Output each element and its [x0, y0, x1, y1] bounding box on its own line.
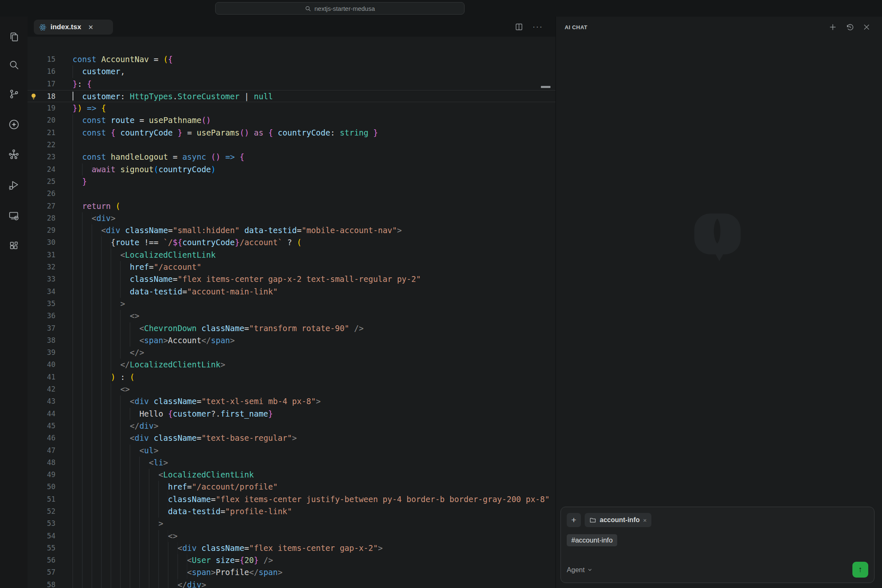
- agent-mode-dropdown[interactable]: Agent: [567, 566, 593, 574]
- search-icon: [8, 59, 20, 70]
- code-line[interactable]: 21 const { countryCode } = useParams() a…: [28, 127, 555, 139]
- code-line[interactable]: 56 <User size={20} />: [28, 554, 555, 566]
- code-line[interactable]: 24 await signout(countryCode): [28, 163, 555, 176]
- code-text: </>: [73, 347, 555, 359]
- code-line[interactable]: 16 customer,: [28, 65, 555, 78]
- code-line[interactable]: 23 const handleLogout = async () => {: [28, 151, 555, 163]
- chat-input-box[interactable]: + account-info × #account-info Agent ↑: [560, 507, 874, 583]
- code-line[interactable]: 27 return (: [28, 200, 555, 212]
- code-line[interactable]: 38 <span>Account</span>: [28, 334, 555, 347]
- new-chat-button[interactable]: [829, 23, 837, 31]
- line-number: 35: [28, 298, 55, 310]
- sidebar-item-source-control[interactable]: [0, 85, 28, 103]
- code-line[interactable]: 54 <>: [28, 530, 555, 542]
- message-tag-pill[interactable]: #account-info: [567, 534, 617, 546]
- line-number: 54: [28, 530, 55, 542]
- indent-guides: [73, 322, 139, 334]
- split-editor-button[interactable]: [515, 23, 523, 31]
- code-line[interactable]: 19}) => {: [28, 102, 555, 114]
- code-text: data-testid="account-main-link": [73, 286, 555, 298]
- code-line[interactable]: 49 <LocalizedClientLink: [28, 469, 555, 481]
- code-line[interactable]: 45 </div>: [28, 420, 555, 432]
- code-text: <div className="flex items-center gap-x-…: [73, 542, 555, 554]
- code-line[interactable]: 51 className="flex items-center justify-…: [28, 493, 555, 505]
- code-line[interactable]: 18 customer: HttpTypes.StoreCustomer | n…: [28, 90, 555, 102]
- close-panel-button[interactable]: [863, 23, 870, 31]
- code-line[interactable]: 50 href="/account/profile": [28, 481, 555, 493]
- sidebar-item-search[interactable]: [0, 55, 28, 74]
- plus-icon: [829, 23, 837, 31]
- code-line[interactable]: 32 href="/account": [28, 261, 555, 273]
- code-text: const { countryCode } = useParams() as {…: [73, 127, 555, 139]
- command-search-input[interactable]: nextjs-starter-medusa: [215, 2, 465, 15]
- code-line[interactable]: 28 <div>: [28, 212, 555, 224]
- remote-monitor-icon: [8, 210, 20, 221]
- chip-close-icon[interactable]: ×: [643, 517, 647, 524]
- code-text: [73, 188, 555, 200]
- code-line[interactable]: 41 ) : (: [28, 371, 555, 383]
- code-line[interactable]: 53 >: [28, 518, 555, 530]
- code-line[interactable]: 47 <ul>: [28, 445, 555, 457]
- indent-guides: [73, 114, 82, 126]
- code-line[interactable]: 30 {route !== `/${countryCode}/account` …: [28, 236, 555, 249]
- code-line[interactable]: 36 <>: [28, 310, 555, 322]
- code-line[interactable]: 43 <div className="text-xl-semi mb-4 px-…: [28, 395, 555, 407]
- code-line[interactable]: 42 <>: [28, 383, 555, 395]
- indent-guides: [73, 249, 120, 261]
- code-line[interactable]: 31 <LocalizedClientLink: [28, 249, 555, 261]
- code-line[interactable]: 35 >: [28, 298, 555, 310]
- line-number: 43: [28, 395, 55, 407]
- tab-close-icon[interactable]: ×: [88, 23, 93, 31]
- lightbulb-icon[interactable]: [30, 93, 38, 101]
- code-line[interactable]: 55 <div className="flex items-center gap…: [28, 542, 555, 554]
- sidebar-item-run-and-debug[interactable]: [0, 176, 28, 194]
- context-chip-account-info[interactable]: account-info ×: [585, 513, 651, 527]
- code-line[interactable]: 40 </LocalizedClientLink>: [28, 359, 555, 371]
- line-number: 41: [28, 371, 55, 383]
- line-number: 15: [28, 53, 55, 65]
- indent-guides: [73, 481, 168, 493]
- code-line[interactable]: 48 <li>: [28, 457, 555, 469]
- more-actions-button[interactable]: ···: [533, 22, 543, 31]
- sidebar-item-remote-explorer[interactable]: [0, 206, 28, 225]
- line-number: 24: [28, 163, 55, 176]
- add-context-button[interactable]: +: [567, 513, 581, 527]
- code-text: <>: [73, 383, 555, 395]
- sidebar-item-connections[interactable]: [0, 145, 28, 163]
- code-line[interactable]: 33 className="flex items-center gap-x-2 …: [28, 273, 555, 285]
- sidebar-item-cursor-agent[interactable]: [0, 115, 28, 133]
- activity-bar: [0, 17, 28, 588]
- code-line[interactable]: 58 </div>: [28, 579, 555, 588]
- code-text: <div className="text-xl-semi mb-4 px-8">: [73, 395, 555, 407]
- tab-index-tsx[interactable]: index.tsx ×: [34, 20, 113, 35]
- code-line[interactable]: 17}: {: [28, 78, 555, 90]
- code-line[interactable]: 25 }: [28, 176, 555, 188]
- code-text: <span>Account</span>: [73, 334, 555, 347]
- code-line[interactable]: 15const AccountNav = ({: [28, 53, 555, 65]
- line-number: 39: [28, 347, 55, 359]
- code-line[interactable]: 46 <div className="text-base-regular">: [28, 432, 555, 444]
- code-line[interactable]: 52 data-testid="profile-link": [28, 505, 555, 518]
- tab-label: index.tsx: [50, 23, 81, 31]
- chat-history-button[interactable]: [846, 23, 854, 31]
- code-line[interactable]: 37 <ChevronDown className="transform rot…: [28, 322, 555, 334]
- indent-guides: [73, 286, 130, 298]
- code-line[interactable]: 22: [28, 139, 555, 151]
- indent-guides: [73, 261, 130, 273]
- code-area[interactable]: 15const AccountNav = ({16 customer,17}: …: [28, 37, 555, 588]
- code-line[interactable]: 57 <span>Profile</span>: [28, 566, 555, 578]
- code-line[interactable]: 29 <div className="small:hidden" data-te…: [28, 224, 555, 236]
- ai-chat-panel: AI CHAT + account-info ×: [556, 17, 882, 588]
- line-number: 46: [28, 432, 55, 444]
- sidebar-item-explorer[interactable]: [0, 28, 28, 46]
- send-button[interactable]: ↑: [852, 562, 868, 578]
- indent-guides: [73, 518, 158, 530]
- code-line[interactable]: 20 const route = usePathname(): [28, 114, 555, 126]
- sidebar-item-extensions[interactable]: [0, 237, 28, 255]
- line-number: 34: [28, 286, 55, 298]
- code-line[interactable]: 44 Hello {customer?.first_name}: [28, 408, 555, 420]
- code-line[interactable]: 26: [28, 188, 555, 200]
- code-line[interactable]: 39 </>: [28, 347, 555, 359]
- code-line[interactable]: 34 data-testid="account-main-link": [28, 286, 555, 298]
- line-number: 42: [28, 383, 55, 395]
